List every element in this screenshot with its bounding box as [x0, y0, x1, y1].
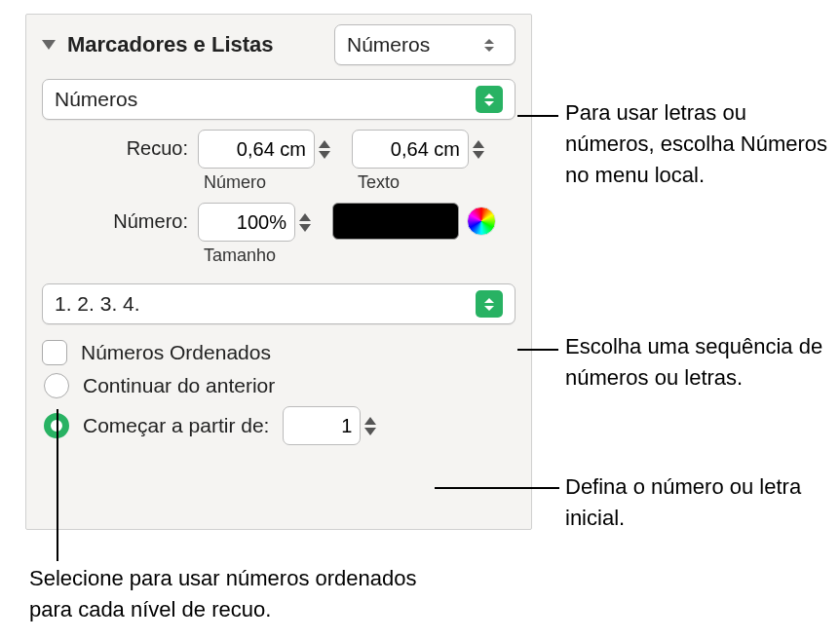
color-wheel-icon[interactable] [467, 207, 496, 236]
stepper-arrows-icon[interactable] [364, 417, 376, 435]
bullet-type-popup[interactable]: Números [42, 79, 515, 120]
start-from-stepper[interactable] [283, 406, 370, 445]
numbering-radio-group: Continuar do anterior Começar a partir d… [44, 373, 515, 445]
number-size-sublabel: Tamanho [204, 245, 276, 266]
indent-label: Recuo: [42, 130, 198, 160]
number-color-well[interactable] [332, 203, 459, 240]
indent-number-sublabel: Número [204, 172, 266, 193]
stepper-arrows-icon[interactable] [473, 140, 484, 159]
number-label: Número: [42, 203, 198, 233]
bullet-type-value: Números [55, 88, 137, 111]
start-from-label: Começar a partir de: [83, 414, 269, 437]
indent-text-sublabel: Texto [358, 172, 400, 193]
callout-line [435, 487, 559, 489]
tiered-numbers-label: Números Ordenados [81, 341, 271, 364]
indent-text-stepper[interactable] [352, 130, 484, 169]
callout-line [517, 349, 558, 351]
callout-line [517, 115, 558, 117]
list-style-value: Números [347, 33, 430, 56]
indent-number-stepper[interactable] [198, 130, 330, 169]
number-row: Número: Tamanho [42, 203, 515, 266]
stepper-arrows-icon[interactable] [299, 213, 311, 232]
callout-text: Escolha uma sequência de números ou letr… [565, 331, 838, 394]
callout-text: Para usar letras ou números, escolha Núm… [565, 97, 828, 191]
popup-arrows-icon [476, 290, 503, 318]
number-format-value: 1. 2. 3. 4. [55, 292, 140, 316]
indent-number-input[interactable] [198, 130, 315, 169]
number-size-stepper[interactable] [198, 203, 311, 242]
continue-radio[interactable] [44, 373, 69, 398]
indent-row: Recuo: Número Texto [42, 130, 515, 193]
tiered-numbers-row: Números Ordenados [42, 340, 515, 365]
bullets-lists-panel: Marcadores e Listas Números Números Recu… [25, 14, 532, 530]
continue-radio-label: Continuar do anterior [83, 374, 275, 397]
callout-text: Defina o número ou letra inicial. [565, 471, 828, 534]
section-header: Marcadores e Listas Números [42, 24, 515, 65]
number-format-popup[interactable]: 1. 2. 3. 4. [42, 283, 515, 324]
tiered-numbers-checkbox[interactable] [42, 340, 67, 365]
stepper-arrows-icon[interactable] [319, 140, 330, 159]
indent-text-input[interactable] [352, 130, 469, 169]
section-title: Marcadores e Listas [67, 32, 334, 57]
callout-text: Selecione para usar números ordenados pa… [29, 563, 448, 625]
number-size-input[interactable] [198, 203, 295, 242]
disclosure-triangle-icon[interactable] [42, 40, 56, 50]
list-style-popup[interactable]: Números [334, 24, 515, 65]
start-from-input[interactable] [283, 406, 361, 445]
popup-arrows-icon [476, 86, 503, 113]
callout-line [57, 409, 58, 561]
